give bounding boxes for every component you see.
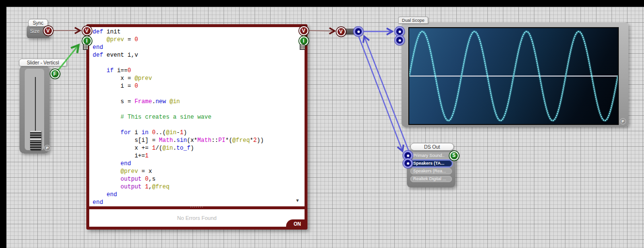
link-output-port[interactable]	[354, 27, 363, 36]
scope-screen	[408, 27, 619, 125]
scope-input-port-2[interactable]	[395, 35, 404, 45]
slider-node[interactable]: P	[19, 65, 49, 154]
link-input-port-v[interactable]: V	[337, 27, 346, 36]
code-input-port-i[interactable]: I	[82, 36, 92, 46]
dsout-device-option[interactable]: Speakers (Rea...	[410, 168, 452, 174]
dsout-input-port-2[interactable]	[403, 158, 413, 168]
slider-node-title: Slider - Verticsl	[19, 59, 67, 66]
ruby-code-node[interactable]: def init @prev = 0enddef event i,v if i=…	[86, 24, 307, 230]
dsout-output-port[interactable]: S	[450, 151, 459, 160]
slider-properties-badge[interactable]: P	[44, 145, 50, 151]
dsout-device-option[interactable]: Speakers (TA...	[410, 160, 452, 167]
left-letterbox	[0, 0, 6, 248]
sine-wave-trace	[409, 28, 618, 124]
scope-node-title: Dual Scope	[398, 16, 428, 24]
dsout-device-list: Primary Sound..Speakers (TA...Speakers (…	[410, 153, 452, 184]
code-output-port-v[interactable]: V	[299, 26, 308, 35]
grid-icon[interactable]	[83, 45, 88, 50]
dsout-device-option[interactable]: Primary Sound..	[410, 153, 452, 159]
code-input-port-v[interactable]: V	[82, 26, 92, 35]
dsout-node-title: DS Out	[410, 143, 454, 151]
sync-output-port[interactable]: V	[44, 26, 53, 35]
dsout-device-option[interactable]: Realtek Digital ...	[410, 176, 452, 182]
slider-output-port[interactable]: F	[50, 69, 60, 78]
slider-handle[interactable]	[30, 131, 41, 150]
error-status-bar: No Errors Found	[89, 209, 305, 227]
dual-scope-node[interactable]: P	[402, 22, 628, 127]
flowstone-canvas[interactable]: Sync Size Slider - Verticsl P def init @…	[0, 0, 644, 248]
wire-code-to-link[interactable]	[308, 31, 335, 31]
sync-size-label: Size	[30, 29, 39, 34]
ds-out-node[interactable]: Primary Sound..Speakers (TA...Speakers (…	[407, 150, 455, 187]
sync-node-title: Sync	[28, 19, 48, 27]
power-toggle[interactable]: ON	[286, 219, 306, 228]
code-output-port-i[interactable]: I	[299, 36, 308, 46]
top-letterbox	[0, 0, 644, 7]
resize-handle[interactable]: ·······	[86, 205, 307, 208]
wire-slider-to-code[interactable]	[58, 45, 79, 71]
scope-input-port-1[interactable]	[395, 27, 404, 36]
scope-properties-badge[interactable]: P	[620, 118, 626, 124]
scroll-down-icon[interactable]: ▼	[295, 198, 300, 203]
code-editor[interactable]: def init @prev = 0enddef event i,v if i=…	[89, 27, 305, 206]
wire-link-to-dsout[interactable]	[359, 37, 402, 151]
grid-icon[interactable]	[300, 45, 305, 50]
